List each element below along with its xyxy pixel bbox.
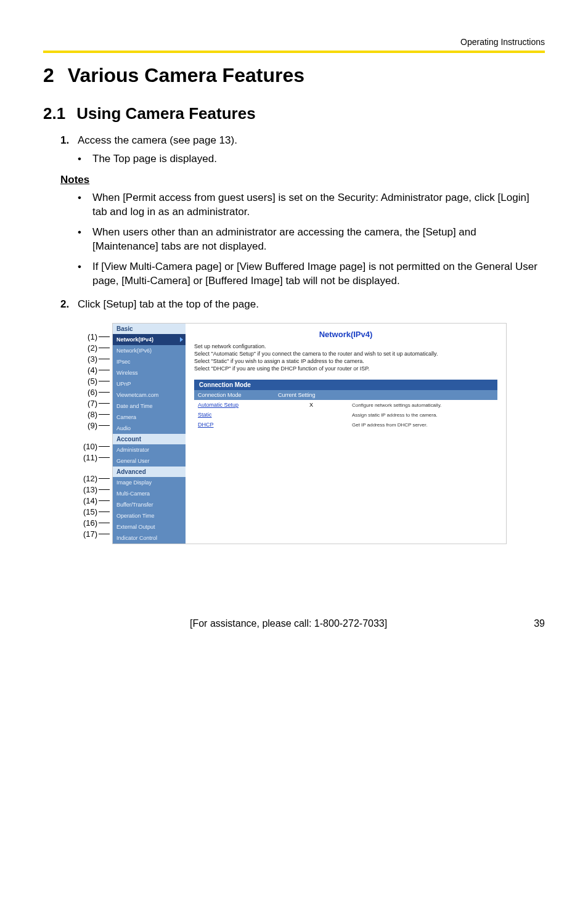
callout-14: (14) <box>81 496 97 505</box>
callout-16: (16) <box>81 518 97 528</box>
sidebar-item-date-time[interactable]: Date and Time <box>113 401 186 412</box>
callout-17: (17) <box>81 529 97 539</box>
current-setting-dhcp <box>274 420 348 430</box>
note-3: If [View Multi-Camera page] or [View Buf… <box>92 260 545 288</box>
table-row: Automatic Setup X Configure network sett… <box>194 400 497 410</box>
sidebar-item-network-ipv4[interactable]: Network(IPv4) <box>113 334 186 345</box>
page-number: 39 <box>534 618 545 629</box>
setup-sidebar: Basic Network(IPv4) Network(IPv6) IPsec … <box>113 324 186 544</box>
current-setting-automatic: X <box>274 400 348 410</box>
callout-13: (13) <box>81 485 97 494</box>
sidebar-item-upnp[interactable]: UPnP <box>113 378 186 389</box>
sidebar-item-administrator[interactable]: Administrator <box>113 444 186 455</box>
mode-desc-static: Assign static IP address to the camera. <box>348 410 497 420</box>
sidebar-heading-advanced: Advanced <box>113 467 186 477</box>
connection-mode-table: Connection Mode Current Setting Automati… <box>194 390 497 430</box>
step-2-text: Click [Setup] tab at the top of the page… <box>78 298 545 311</box>
callout-9: (9) <box>81 421 97 430</box>
bullet-dot: • <box>78 260 92 288</box>
note-1: When [Permit access from guest users] is… <box>92 191 545 219</box>
bullet-dot: • <box>78 226 92 254</box>
sidebar-item-wireless[interactable]: Wireless <box>113 367 186 378</box>
desc-line-1: Set up network configuration. <box>194 343 497 350</box>
step-1: 1. Access the camera (see page 13). <box>60 134 545 147</box>
callout-15: (15) <box>81 507 97 516</box>
notes-list: •When [Permit access from guest users] i… <box>78 191 545 288</box>
mode-link-static[interactable]: Static <box>194 410 274 420</box>
callout-4: (4) <box>81 365 97 375</box>
content-title: Network(IPv4) <box>194 330 497 339</box>
footer-assistance: [For assistance, please call: 1-800-272-… <box>190 618 387 629</box>
callout-10: (10) <box>81 442 97 451</box>
camera-setup-ui: Basic Network(IPv4) Network(IPv6) IPsec … <box>112 323 507 544</box>
chapter-number: 2 <box>43 64 54 86</box>
callout-2: (2) <box>81 343 97 353</box>
bullet-dot: • <box>78 153 92 165</box>
th-blank <box>348 390 497 400</box>
table-row: Static Assign static IP address to the c… <box>194 410 497 420</box>
callout-1: (1) <box>81 332 97 341</box>
notes-heading: Notes <box>60 174 545 186</box>
mode-desc-automatic: Configure network settings automatically… <box>348 400 497 410</box>
setup-content: Network(IPv4) Set up network configurati… <box>186 324 506 544</box>
current-setting-static <box>274 410 348 420</box>
sidebar-item-image-display[interactable]: Image Display <box>113 477 186 488</box>
content-description: Set up network configuration. Select "Au… <box>194 343 497 373</box>
callout-7: (7) <box>81 399 97 408</box>
sidebar-item-external-output[interactable]: External Output <box>113 521 186 532</box>
sidebar-item-viewnetcam[interactable]: Viewnetcam.com <box>113 389 186 401</box>
sidebar-heading-basic: Basic <box>113 324 186 334</box>
callout-12: (12) <box>81 474 97 483</box>
step-2-number: 2. <box>60 298 78 311</box>
sidebar-item-operation-time[interactable]: Operation Time <box>113 510 186 521</box>
header-rule <box>43 51 545 53</box>
page-footer: [For assistance, please call: 1-800-272-… <box>43 618 545 629</box>
callout-3: (3) <box>81 354 97 364</box>
sidebar-item-multi-camera[interactable]: Multi-Camera <box>113 488 186 499</box>
step-2: 2. Click [Setup] tab at the top of the p… <box>60 298 545 311</box>
bullet-dot: • <box>78 191 92 219</box>
mode-link-automatic-setup[interactable]: Automatic Setup <box>194 400 274 410</box>
section-title: Using Camera Features <box>76 104 255 123</box>
sidebar-item-buffer-transfer[interactable]: Buffer/Transfer <box>113 499 186 510</box>
mode-desc-dhcp: Get IP address from DHCP server. <box>348 420 497 430</box>
connection-mode-panel-head: Connection Mode <box>194 380 497 390</box>
table-row: DHCP Get IP address from DHCP server. <box>194 420 497 430</box>
note-2: When users other than an administrator a… <box>92 226 545 254</box>
callout-8: (8) <box>81 410 97 419</box>
callout-5: (5) <box>81 377 97 386</box>
sidebar-item-indicator-control[interactable]: Indicator Control <box>113 532 186 544</box>
callout-11: (11) <box>81 453 97 462</box>
sidebar-item-network-ipv6[interactable]: Network(IPv6) <box>113 345 186 356</box>
chapter-title: Various Camera Features <box>68 64 304 86</box>
sidebar-item-ipsec[interactable]: IPsec <box>113 356 186 367</box>
callout-numbers: (1) (2) (3) (4) (5) (6) (7) (8) (9) (10)… <box>81 323 110 544</box>
step-1-text: Access the camera (see page 13). <box>78 134 545 147</box>
sidebar-item-audio[interactable]: Audio <box>113 423 186 434</box>
step-1-sub: • The Top page is displayed. <box>78 153 545 165</box>
section-heading: 2.1Using Camera Features <box>43 104 545 123</box>
sidebar-item-camera[interactable]: Camera <box>113 412 186 423</box>
desc-line-2: Select "Automatic Setup" if you connect … <box>194 350 497 357</box>
chapter-heading: 2Various Camera Features <box>43 64 545 87</box>
th-connection-mode: Connection Mode <box>194 390 274 400</box>
desc-line-4: Select "DHCP" if you are using the DHCP … <box>194 365 497 372</box>
mode-link-dhcp[interactable]: DHCP <box>194 420 274 430</box>
callout-6: (6) <box>81 388 97 397</box>
sidebar-heading-account: Account <box>113 434 186 444</box>
setup-screenshot: (1) (2) (3) (4) (5) (6) (7) (8) (9) (10)… <box>81 323 507 544</box>
sidebar-item-general-user[interactable]: General User <box>113 455 186 467</box>
desc-line-3: Select "Static" if you wish to assign a … <box>194 357 497 365</box>
step-1-sub-text: The Top page is displayed. <box>92 153 217 165</box>
th-current-setting: Current Setting <box>274 390 348 400</box>
step-1-number: 1. <box>60 134 78 147</box>
running-header: Operating Instructions <box>43 37 545 47</box>
section-number: 2.1 <box>43 104 65 123</box>
